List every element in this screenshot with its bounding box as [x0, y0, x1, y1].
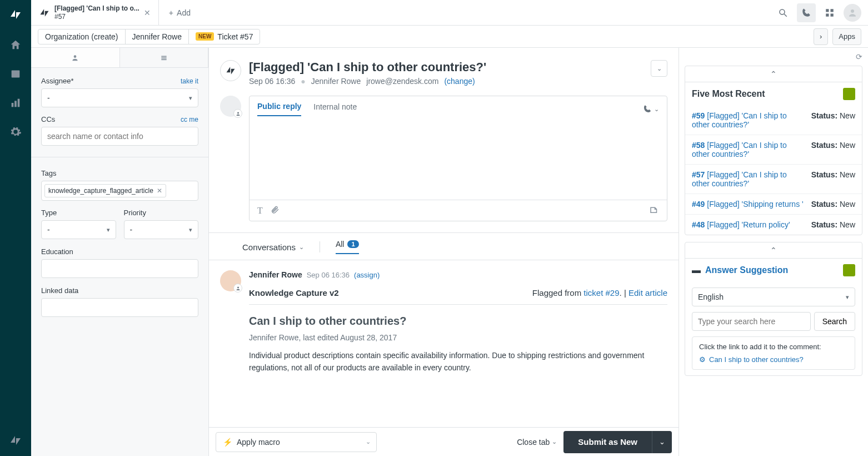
recent-ticket-item[interactable]: #59 [Flagged] 'Can I ship to other count… — [685, 106, 862, 135]
breadcrumb-ticket[interactable]: NEW Ticket #57 — [188, 29, 260, 44]
tab-title-line-2: #57 — [54, 13, 139, 21]
breadcrumb-user[interactable]: Jennifer Rowe — [125, 29, 189, 44]
all-label: All — [336, 240, 345, 249]
apply-macro-button[interactable]: ⚡ Apply macro ⌄ — [216, 432, 377, 452]
agent-badge-icon — [233, 109, 242, 118]
refresh-icon[interactable]: ⟳ — [856, 52, 862, 61]
linked-data-label: Linked data — [41, 286, 78, 295]
close-tab-icon[interactable]: ✕ — [144, 8, 151, 17]
svg-rect-9 — [831, 13, 834, 16]
cc-me-link[interactable]: cc me — [181, 116, 198, 123]
breadcrumb-bar: Organization (create) Jennifer Rowe NEW … — [31, 26, 868, 48]
chevron-down-icon: ⌄ — [659, 438, 665, 446]
linked-data-field[interactable] — [47, 303, 192, 312]
recent-ticket-item[interactable]: #58 [Flagged] 'Can I ship to other count… — [685, 135, 862, 164]
assignee-select[interactable]: - ▾ — [41, 88, 198, 107]
flagged-from: Flagged from ticket #29. | Edit article — [532, 288, 667, 298]
submit-dropdown-button[interactable]: ⌄ — [652, 431, 672, 453]
knowledge-capture-icon[interactable] — [649, 205, 659, 216]
views-icon[interactable] — [9, 67, 22, 81]
submit-button[interactable]: Submit as New — [563, 431, 652, 453]
recent-ticket-id[interactable]: #48 — [692, 220, 705, 229]
recent-ticket-title[interactable]: [Flagged] 'Can I ship to other countries… — [692, 111, 787, 129]
recent-ticket-status: Status: New — [811, 111, 855, 129]
apps-toggle-button[interactable]: Apps — [832, 28, 861, 45]
reporting-icon[interactable] — [9, 96, 22, 110]
ticket-tab[interactable]: [Flagged] 'Can I ship to o... #57 ✕ — [31, 0, 159, 25]
breadcrumb-organization[interactable]: Organization (create) — [38, 29, 126, 44]
type-select[interactable]: - ▾ — [41, 220, 116, 239]
source-ticket-link[interactable]: ticket #29 — [583, 288, 619, 298]
recent-ticket-title[interactable]: [Flagged] 'Shipping returns ' — [707, 200, 803, 209]
recent-ticket-id[interactable]: #49 — [692, 200, 705, 209]
tags-field[interactable]: knowledge_capture_flagged_article ✕ — [41, 181, 198, 201]
svg-rect-8 — [826, 13, 829, 16]
close-tab-label: Close tab — [517, 438, 550, 447]
tag-chip[interactable]: knowledge_capture_flagged_article ✕ — [44, 184, 166, 197]
admin-gear-icon[interactable] — [9, 125, 22, 138]
chevron-down-icon: ⌄ — [654, 106, 659, 113]
linked-data-input[interactable] — [41, 298, 198, 317]
widget-collapse-button[interactable]: ⌃ — [685, 66, 862, 82]
comment-author-avatar — [220, 270, 241, 291]
internal-note-tab[interactable]: Internal note — [313, 102, 357, 116]
recent-ticket-title[interactable]: [Flagged] 'Can I ship to other countries… — [692, 170, 787, 188]
conversations-dropdown[interactable]: Conversations ⌄ — [242, 242, 304, 252]
attachment-icon[interactable] — [271, 205, 280, 216]
ccs-input-field[interactable] — [47, 132, 192, 141]
minus-icon[interactable]: ▬ — [692, 265, 701, 275]
language-select[interactable]: English ▾ — [692, 288, 855, 306]
remove-tag-icon[interactable]: ✕ — [157, 187, 162, 195]
ticket-header-icon — [220, 60, 241, 81]
phone-icon — [643, 105, 652, 113]
add-tab-button[interactable]: + Add — [159, 0, 201, 25]
recent-ticket-id[interactable]: #59 — [692, 111, 705, 120]
priority-select[interactable]: - ▾ — [124, 220, 199, 239]
user-tab[interactable] — [31, 48, 120, 68]
education-field[interactable] — [47, 264, 192, 273]
ticket-fields-tab[interactable] — [120, 48, 209, 68]
education-input[interactable] — [41, 259, 198, 278]
call-icon[interactable] — [797, 3, 816, 22]
comment-author-name: Jennifer Rowe — [249, 270, 302, 279]
apps-grid-icon[interactable] — [820, 3, 839, 22]
recent-ticket-id[interactable]: #57 — [692, 170, 705, 179]
search-icon[interactable] — [774, 3, 792, 22]
reply-textarea[interactable] — [250, 116, 667, 200]
profile-avatar[interactable] — [844, 4, 861, 22]
change-requester-link[interactable]: (change) — [444, 77, 475, 86]
next-ticket-button[interactable]: › — [814, 28, 828, 45]
macro-label: Apply macro — [237, 438, 280, 447]
conversations-all-tab[interactable]: All 1 — [336, 240, 359, 254]
type-label: Type — [41, 209, 116, 217]
public-reply-tab[interactable]: Public reply — [257, 102, 301, 116]
call-dropdown[interactable]: ⌄ — [643, 105, 659, 113]
home-icon[interactable] — [9, 38, 22, 52]
suggested-article-link[interactable]: ⚙ Can I ship to other countries? — [699, 355, 848, 364]
svg-rect-0 — [12, 71, 20, 78]
assign-link[interactable]: (assign) — [354, 271, 380, 279]
recent-ticket-title[interactable]: [Flagged] 'Can I ship to other countries… — [692, 141, 787, 158]
svg-point-4 — [780, 9, 785, 14]
svg-point-11 — [74, 55, 77, 58]
education-label: Education — [41, 247, 73, 256]
recent-ticket-id[interactable]: #58 — [692, 141, 705, 150]
ccs-input[interactable] — [41, 127, 198, 146]
recent-ticket-item[interactable]: #48 [Flagged] 'Return policy'Status: New — [685, 214, 862, 235]
reply-editor: Public reply Internal note ⌄ T — [249, 96, 667, 221]
recent-ticket-item[interactable]: #57 [Flagged] 'Can I ship to other count… — [685, 164, 862, 194]
recent-ticket-title[interactable]: [Flagged] 'Return policy' — [707, 220, 790, 229]
close-tab-dropdown[interactable]: Close tab ⌄ — [517, 438, 557, 447]
ticket-options-button[interactable]: ⌄ — [651, 60, 667, 77]
ccs-label: CCs — [41, 115, 55, 123]
text-format-icon[interactable]: T — [257, 206, 263, 216]
zendesk-bottom-icon[interactable] — [9, 434, 22, 447]
search-button[interactable]: Search — [814, 312, 855, 331]
answer-search-input[interactable] — [692, 312, 811, 331]
suggestion-hint-box: Click the link to add it to the comment:… — [692, 336, 855, 370]
take-it-link[interactable]: take it — [181, 77, 198, 85]
recent-ticket-item[interactable]: #49 [Flagged] 'Shipping returns 'Status:… — [685, 194, 862, 214]
widget-collapse-button[interactable]: ⌃ — [685, 242, 862, 259]
edit-article-link[interactable]: Edit article — [628, 288, 667, 298]
chevron-down-icon: ▾ — [189, 226, 192, 234]
